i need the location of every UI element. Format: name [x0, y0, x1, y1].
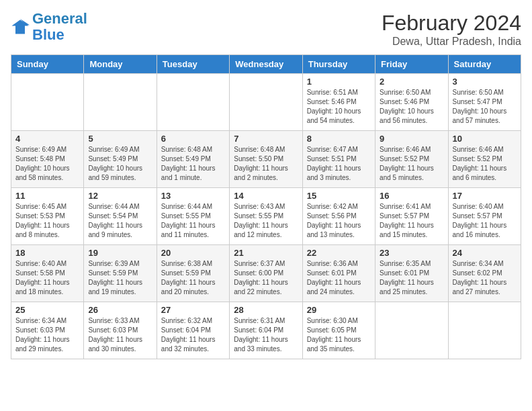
calendar-cell: 27Sunrise: 6:32 AM Sunset: 6:04 PM Dayli… — [157, 302, 229, 359]
cell-info-text: Sunrise: 6:37 AM Sunset: 6:00 PM Dayligh… — [234, 259, 298, 297]
calendar-cell: 29Sunrise: 6:30 AM Sunset: 6:05 PM Dayli… — [302, 302, 375, 359]
cell-info-text: Sunrise: 6:41 AM Sunset: 5:57 PM Dayligh… — [380, 202, 443, 240]
day-header-wednesday: Wednesday — [230, 55, 302, 74]
calendar-cell: 14Sunrise: 6:43 AM Sunset: 5:55 PM Dayli… — [230, 188, 302, 245]
cell-date-number: 22 — [307, 248, 371, 258]
cell-info-text: Sunrise: 6:39 AM Sunset: 5:59 PM Dayligh… — [88, 259, 152, 297]
calendar-cell: 25Sunrise: 6:34 AM Sunset: 6:03 PM Dayli… — [11, 302, 84, 359]
cell-date-number: 12 — [88, 191, 152, 201]
cell-info-text: Sunrise: 6:32 AM Sunset: 6:04 PM Dayligh… — [161, 316, 225, 354]
calendar-cell: 17Sunrise: 6:40 AM Sunset: 5:57 PM Dayli… — [448, 188, 521, 245]
calendar-cell: 4Sunrise: 6:49 AM Sunset: 5:48 PM Daylig… — [11, 131, 84, 188]
calendar-cell: 13Sunrise: 6:44 AM Sunset: 5:55 PM Dayli… — [157, 188, 229, 245]
calendar-cell — [448, 302, 521, 359]
cell-info-text: Sunrise: 6:44 AM Sunset: 5:54 PM Dayligh… — [88, 202, 152, 240]
calendar-cell: 28Sunrise: 6:31 AM Sunset: 6:04 PM Dayli… — [230, 302, 302, 359]
calendar-cell: 9Sunrise: 6:46 AM Sunset: 5:52 PM Daylig… — [375, 131, 448, 188]
calendar-cell: 6Sunrise: 6:48 AM Sunset: 5:49 PM Daylig… — [157, 131, 229, 188]
cell-date-number: 4 — [15, 134, 79, 144]
cell-date-number: 1 — [307, 77, 371, 87]
cell-info-text: Sunrise: 6:31 AM Sunset: 6:04 PM Dayligh… — [234, 316, 298, 354]
cell-info-text: Sunrise: 6:43 AM Sunset: 5:55 PM Dayligh… — [234, 202, 298, 240]
logo: General Blue — [11, 11, 87, 43]
cell-date-number: 26 — [88, 305, 152, 315]
cell-date-number: 24 — [453, 248, 517, 258]
cell-date-number: 25 — [15, 305, 79, 315]
calendar-cell: 2Sunrise: 6:50 AM Sunset: 5:46 PM Daylig… — [375, 74, 448, 131]
calendar-cell: 15Sunrise: 6:42 AM Sunset: 5:56 PM Dayli… — [302, 188, 375, 245]
cell-info-text: Sunrise: 6:40 AM Sunset: 5:58 PM Dayligh… — [15, 259, 79, 297]
cell-info-text: Sunrise: 6:42 AM Sunset: 5:56 PM Dayligh… — [307, 202, 371, 240]
cell-info-text: Sunrise: 6:46 AM Sunset: 5:52 PM Dayligh… — [380, 145, 443, 183]
calendar-cell: 26Sunrise: 6:33 AM Sunset: 6:03 PM Dayli… — [84, 302, 157, 359]
cell-date-number: 20 — [161, 248, 225, 258]
cell-date-number: 13 — [161, 191, 225, 201]
calendar-cell: 16Sunrise: 6:41 AM Sunset: 5:57 PM Dayli… — [375, 188, 448, 245]
calendar-cell — [230, 74, 302, 131]
calendar-cell: 5Sunrise: 6:49 AM Sunset: 5:49 PM Daylig… — [84, 131, 157, 188]
cell-date-number: 10 — [453, 134, 517, 144]
svg-marker-0 — [11, 20, 28, 34]
calendar-week-4: 18Sunrise: 6:40 AM Sunset: 5:58 PM Dayli… — [11, 245, 521, 302]
cell-date-number: 18 — [15, 248, 79, 258]
cell-info-text: Sunrise: 6:34 AM Sunset: 6:02 PM Dayligh… — [453, 259, 517, 297]
day-header-monday: Monday — [84, 55, 157, 74]
calendar-week-3: 11Sunrise: 6:45 AM Sunset: 5:53 PM Dayli… — [11, 188, 521, 245]
cell-date-number: 8 — [307, 134, 371, 144]
cell-info-text: Sunrise: 6:48 AM Sunset: 5:50 PM Dayligh… — [234, 145, 298, 183]
cell-info-text: Sunrise: 6:48 AM Sunset: 5:49 PM Dayligh… — [161, 145, 225, 183]
cell-info-text: Sunrise: 6:40 AM Sunset: 5:57 PM Dayligh… — [453, 202, 517, 240]
cell-info-text: Sunrise: 6:30 AM Sunset: 6:05 PM Dayligh… — [307, 316, 371, 354]
cell-date-number: 14 — [234, 191, 298, 201]
calendar-cell: 12Sunrise: 6:44 AM Sunset: 5:54 PM Dayli… — [84, 188, 157, 245]
cell-info-text: Sunrise: 6:50 AM Sunset: 5:46 PM Dayligh… — [380, 88, 443, 126]
cell-date-number: 16 — [380, 191, 443, 201]
cell-date-number: 7 — [234, 134, 298, 144]
title-area: February 2024 Dewa, Uttar Pradesh, India — [382, 11, 521, 48]
cell-info-text: Sunrise: 6:47 AM Sunset: 5:51 PM Dayligh… — [307, 145, 371, 183]
day-header-sunday: Sunday — [11, 55, 84, 74]
logo-bird-icon — [11, 17, 30, 36]
cell-info-text: Sunrise: 6:44 AM Sunset: 5:55 PM Dayligh… — [161, 202, 225, 240]
calendar-week-2: 4Sunrise: 6:49 AM Sunset: 5:48 PM Daylig… — [11, 131, 521, 188]
day-header-friday: Friday — [375, 55, 448, 74]
calendar-table: SundayMondayTuesdayWednesdayThursdayFrid… — [11, 54, 521, 359]
calendar-subtitle: Dewa, Uttar Pradesh, India — [382, 36, 521, 48]
calendar-header-row: SundayMondayTuesdayWednesdayThursdayFrid… — [11, 55, 521, 74]
calendar-body: 1Sunrise: 6:51 AM Sunset: 5:46 PM Daylig… — [11, 74, 521, 359]
cell-info-text: Sunrise: 6:35 AM Sunset: 6:01 PM Dayligh… — [380, 259, 443, 297]
calendar-week-1: 1Sunrise: 6:51 AM Sunset: 5:46 PM Daylig… — [11, 74, 521, 131]
cell-date-number: 17 — [453, 191, 517, 201]
calendar-cell: 23Sunrise: 6:35 AM Sunset: 6:01 PM Dayli… — [375, 245, 448, 302]
cell-info-text: Sunrise: 6:51 AM Sunset: 5:46 PM Dayligh… — [307, 88, 371, 126]
calendar-cell: 21Sunrise: 6:37 AM Sunset: 6:00 PM Dayli… — [230, 245, 302, 302]
cell-date-number: 2 — [380, 77, 443, 87]
cell-info-text: Sunrise: 6:33 AM Sunset: 6:03 PM Dayligh… — [88, 316, 152, 354]
cell-date-number: 29 — [307, 305, 371, 315]
calendar-cell — [11, 74, 84, 131]
calendar-cell: 1Sunrise: 6:51 AM Sunset: 5:46 PM Daylig… — [302, 74, 375, 131]
cell-info-text: Sunrise: 6:36 AM Sunset: 6:01 PM Dayligh… — [307, 259, 371, 297]
cell-date-number: 6 — [161, 134, 225, 144]
cell-date-number: 23 — [380, 248, 443, 258]
logo-text: General Blue — [32, 11, 87, 43]
cell-date-number: 19 — [88, 248, 152, 258]
calendar-cell — [84, 74, 157, 131]
cell-info-text: Sunrise: 6:50 AM Sunset: 5:47 PM Dayligh… — [453, 88, 517, 126]
cell-info-text: Sunrise: 6:34 AM Sunset: 6:03 PM Dayligh… — [15, 316, 79, 354]
calendar-cell: 3Sunrise: 6:50 AM Sunset: 5:47 PM Daylig… — [448, 74, 521, 131]
day-header-tuesday: Tuesday — [157, 55, 229, 74]
calendar-cell — [375, 302, 448, 359]
cell-date-number: 3 — [453, 77, 517, 87]
calendar-cell: 10Sunrise: 6:46 AM Sunset: 5:52 PM Dayli… — [448, 131, 521, 188]
calendar-week-5: 25Sunrise: 6:34 AM Sunset: 6:03 PM Dayli… — [11, 302, 521, 359]
day-header-saturday: Saturday — [448, 55, 521, 74]
cell-date-number: 9 — [380, 134, 443, 144]
cell-info-text: Sunrise: 6:45 AM Sunset: 5:53 PM Dayligh… — [15, 202, 79, 240]
calendar-cell: 24Sunrise: 6:34 AM Sunset: 6:02 PM Dayli… — [448, 245, 521, 302]
cell-date-number: 5 — [88, 134, 152, 144]
cell-date-number: 21 — [234, 248, 298, 258]
calendar-cell: 20Sunrise: 6:38 AM Sunset: 5:59 PM Dayli… — [157, 245, 229, 302]
cell-info-text: Sunrise: 6:46 AM Sunset: 5:52 PM Dayligh… — [453, 145, 517, 183]
cell-info-text: Sunrise: 6:49 AM Sunset: 5:49 PM Dayligh… — [88, 145, 152, 183]
